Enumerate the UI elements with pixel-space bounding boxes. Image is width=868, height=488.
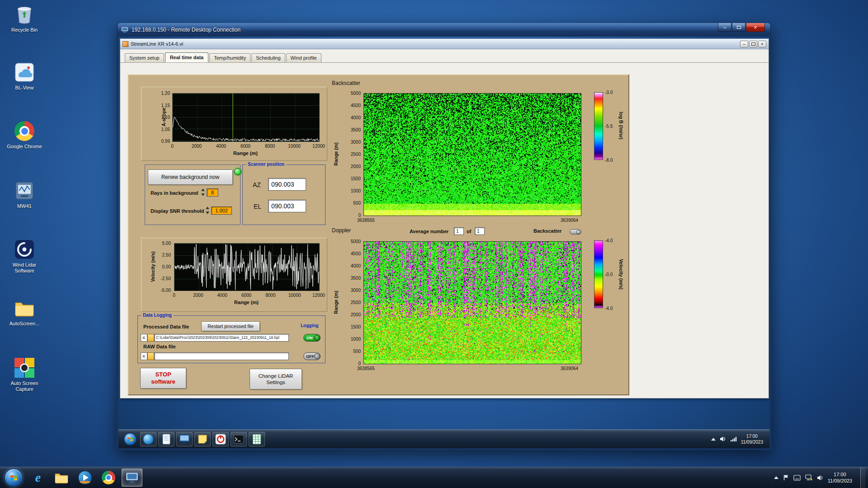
maximize-icon	[751, 42, 755, 46]
remote-spreadsheet-app-icon[interactable]	[249, 432, 265, 446]
rays-in-background-value[interactable]: 8	[207, 188, 218, 197]
tick-label: -2.50	[160, 276, 171, 281]
tab-divider	[120, 62, 769, 63]
host-taskbar: e 17:00 11/09/2023	[0, 467, 868, 488]
browse-folder-icon[interactable]	[147, 352, 154, 360]
rays-in-background-label: Rays in background	[151, 190, 198, 196]
front-panel: A-scope 1.201.151.101.050.99 02000400060…	[127, 74, 629, 395]
labview-close-button[interactable]: ×	[758, 41, 766, 47]
average-number-field[interactable]: 1	[454, 227, 464, 235]
tick-label: -5.5	[605, 124, 613, 129]
tick-label: 12000	[312, 144, 325, 149]
remote-command-prompt-icon[interactable]	[231, 432, 247, 446]
toggle-knob-icon	[576, 230, 580, 234]
renew-background-button[interactable]: Renew background now	[148, 169, 233, 185]
wind-lidar-icon	[14, 239, 35, 260]
raw-data-file-path[interactable]	[154, 352, 289, 360]
rdp-close-button[interactable]: ×	[746, 23, 765, 32]
network-icon[interactable]	[730, 436, 737, 442]
desktop: Recycle Bin BL-View Google Chrome MW41 W…	[0, 0, 868, 488]
action-center-flag-icon[interactable]	[783, 474, 789, 481]
rays-stepper[interactable]	[201, 188, 205, 196]
tick-label: 1.05	[161, 127, 170, 131]
raw-logging-switch[interactable]: OFF	[303, 352, 321, 360]
remote-notes-app-icon[interactable]	[194, 432, 211, 446]
raw-data-file-label: RAW Data file	[143, 344, 176, 349]
snr-threshold-value[interactable]: 1.002	[211, 206, 232, 215]
switch-knob-icon	[314, 335, 320, 341]
volume-icon[interactable]	[817, 475, 823, 481]
desktop-icon-mw41[interactable]: MW41	[3, 180, 46, 209]
restart-processed-file-button[interactable]: Restart processed file	[201, 321, 260, 331]
tab-temp-humidity[interactable]: Temp/humidity	[209, 53, 250, 62]
rdp-titlebar[interactable]: 192.168.0.150 - Remote Desktop Connectio…	[118, 23, 770, 37]
show-desktop-button[interactable]	[860, 467, 865, 488]
tick-label: 8000	[265, 144, 275, 149]
tick-label: 10000	[288, 293, 301, 298]
labview-window-title: StreamLine XR v14-6.vi	[131, 41, 183, 47]
host-clock[interactable]: 17:00 11/09/2023	[828, 471, 852, 484]
remote-browser-icon[interactable]	[140, 432, 156, 446]
desktop-icon-wind-lidar[interactable]: Wind Lidar Software	[3, 239, 46, 274]
rdp-restore-button[interactable]	[732, 23, 745, 32]
labview-maximize-button[interactable]	[749, 41, 757, 47]
labview-titlebar[interactable]: StreamLine XR v14-6.vi – ×	[120, 39, 769, 49]
button-label-line: Change LiDAR	[259, 373, 293, 379]
language-indicator-icon[interactable]	[793, 475, 801, 481]
backscatter-toggle[interactable]	[570, 229, 581, 235]
remote-time: 17:00	[741, 433, 763, 439]
stop-software-button[interactable]: STOP software	[140, 368, 186, 389]
logging-label: Logging	[301, 323, 318, 328]
desktop-icon-autoscreen-folder[interactable]: AutoScreen...	[3, 297, 46, 327]
change-lidar-settings-button[interactable]: Change LiDAR Settings	[250, 369, 302, 389]
button-label-line: software	[151, 378, 175, 385]
desktop-icon-auto-screen-capture[interactable]: Auto Screen Capture	[3, 357, 46, 392]
el-value-field[interactable]: 090.003	[268, 200, 306, 212]
desktop-icon-bl-view[interactable]: BL-View	[3, 61, 46, 91]
file-explorer-button[interactable]	[51, 469, 72, 487]
tab-system-setup[interactable]: System setup	[125, 53, 164, 62]
desktop-icon-label: Recycle Bin	[3, 27, 46, 33]
folder-icon	[54, 471, 69, 484]
average-total-field[interactable]: 1	[475, 227, 485, 235]
tick-label: 2500	[351, 152, 361, 157]
remote-start-button[interactable]	[122, 432, 138, 446]
remote-shutdown-tool-icon[interactable]	[212, 432, 229, 446]
desktop-icon-google-chrome[interactable]: Google Chrome	[3, 120, 46, 150]
remote-desktop-button[interactable]	[122, 469, 142, 487]
desktop-icon-label: Auto Screen Capture	[3, 380, 46, 392]
remote-clock[interactable]: 17:00 11/09/2023	[741, 433, 763, 445]
stepper-up-icon	[206, 206, 209, 209]
internet-explorer-button[interactable]: e	[28, 469, 48, 487]
hidden-icons-arrow[interactable]	[774, 476, 778, 479]
remote-monitoring-app-icon[interactable]	[176, 432, 193, 446]
start-orb-icon	[124, 433, 137, 446]
bl-view-icon	[14, 61, 35, 83]
tab-scheduling[interactable]: Scheduling	[251, 53, 285, 62]
remote-notepad-icon[interactable]	[158, 432, 175, 446]
monitor-app-icon	[179, 434, 190, 444]
hidden-icons-arrow[interactable]	[711, 438, 716, 441]
chrome-button[interactable]	[98, 469, 119, 487]
az-value-field[interactable]: 090.003	[268, 178, 306, 191]
rdp-minimize-button[interactable]: –	[718, 23, 731, 32]
remote-date: 11/09/2023	[741, 439, 763, 445]
volume-icon[interactable]	[720, 436, 726, 442]
globe-icon	[143, 434, 154, 445]
data-logging-title: Data Logging	[141, 313, 174, 318]
processed-data-file-path[interactable]	[154, 334, 289, 342]
backscatter-colorbar-label: log B (/m/sr)	[618, 112, 624, 139]
desktop-icon-recycle-bin[interactable]: Recycle Bin	[3, 4, 46, 33]
media-player-button[interactable]	[75, 469, 95, 487]
labview-minimize-button[interactable]: –	[740, 41, 748, 47]
snr-stepper[interactable]	[206, 206, 210, 214]
start-button[interactable]	[5, 469, 23, 487]
tick-label: 6000	[241, 144, 250, 149]
background-controls-group: Renew background now Rays in background …	[145, 164, 241, 225]
processed-logging-switch[interactable]: ON	[303, 334, 321, 342]
tab-wind-profile[interactable]: Wind profile	[286, 53, 321, 62]
browse-folder-icon[interactable]	[147, 334, 154, 342]
network-icon[interactable]	[805, 474, 812, 481]
tab-real-time-data[interactable]: Real time data	[165, 52, 209, 62]
tick-label: 4000	[351, 115, 361, 120]
